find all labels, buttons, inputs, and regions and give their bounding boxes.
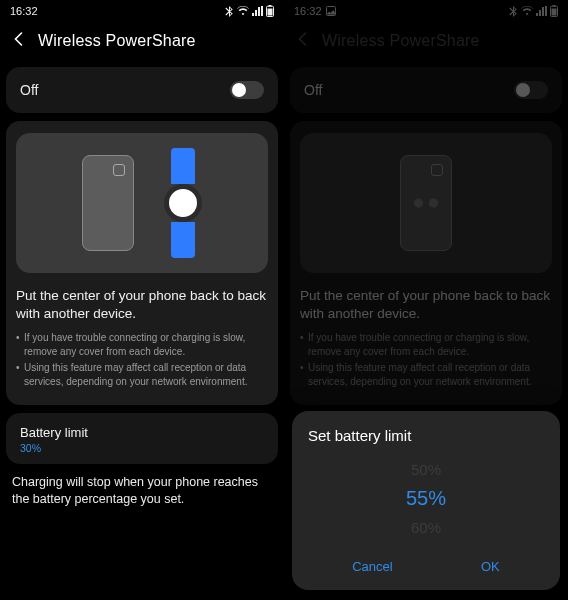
cancel-button[interactable]: Cancel <box>334 553 410 580</box>
battery-limit-row[interactable]: Battery limit 30% <box>6 413 278 464</box>
instruction-bullet: Using this feature may affect call recep… <box>16 361 268 388</box>
percent-picker[interactable]: 50% 55% 60% <box>308 452 544 547</box>
battery-icon <box>266 5 274 17</box>
status-bar: 16:32 <box>0 0 284 22</box>
picker-option[interactable]: 50% <box>308 458 544 481</box>
toggle-label: Off <box>20 82 38 98</box>
picker-option-selected[interactable]: 55% <box>308 481 544 516</box>
battery-limit-value: 30% <box>20 442 264 454</box>
battery-limit-dialog: Set battery limit 50% 55% 60% Cancel OK <box>292 411 560 590</box>
watch-graphic <box>164 148 202 258</box>
instruction-bullet: If you have trouble connecting or chargi… <box>16 331 268 358</box>
wifi-icon <box>237 6 249 16</box>
page-header: Wireless PowerShare <box>0 22 284 67</box>
page-title: Wireless PowerShare <box>38 32 196 50</box>
signal-icon <box>252 6 263 16</box>
illustration <box>16 133 268 273</box>
battery-limit-label: Battery limit <box>20 425 264 440</box>
picker-option[interactable]: 60% <box>308 516 544 539</box>
back-button[interactable] <box>10 30 28 51</box>
svg-rect-2 <box>268 9 273 16</box>
battery-limit-description: Charging will stop when your phone reach… <box>12 474 272 508</box>
instruction-title: Put the center of your phone back to bac… <box>16 287 268 323</box>
powershare-switch[interactable] <box>230 81 264 99</box>
phone-back-graphic <box>82 155 134 251</box>
status-time: 16:32 <box>10 5 38 17</box>
screen-powershare: 16:32 Wireless PowerShare Off <box>0 0 284 600</box>
dialog-title: Set battery limit <box>308 427 544 444</box>
bluetooth-icon <box>225 6 234 17</box>
screen-powershare-dialog: 16:32 Wireless PowerShare Off <box>284 0 568 600</box>
ok-button[interactable]: OK <box>463 553 518 580</box>
instruction-card: Put the center of your phone back to bac… <box>6 121 278 405</box>
powershare-toggle-row[interactable]: Off <box>6 67 278 113</box>
